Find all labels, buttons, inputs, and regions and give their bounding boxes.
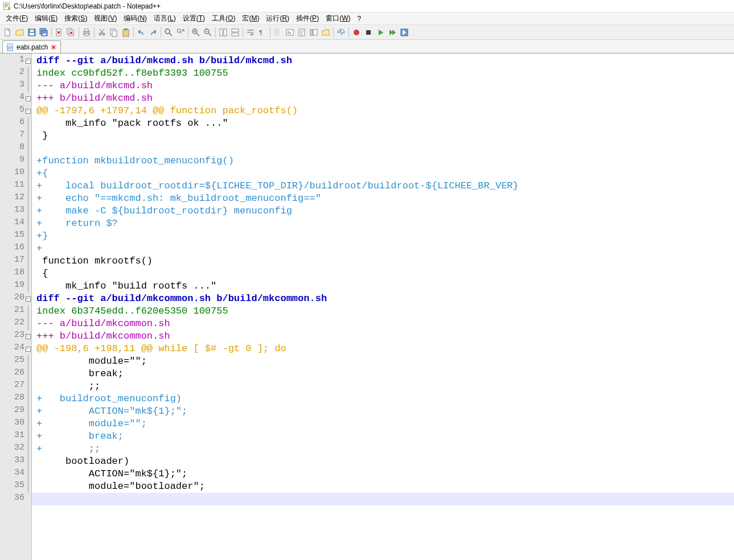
- fold-toggle-icon[interactable]: −: [26, 96, 31, 101]
- line-number: 22: [0, 318, 31, 330]
- code-line[interactable]: + break;: [32, 430, 734, 443]
- cut-button[interactable]: [96, 27, 108, 38]
- editor-tab[interactable]: eabi.patch: [2, 40, 61, 53]
- replace-button[interactable]: [175, 27, 186, 38]
- sync-h-button[interactable]: [229, 27, 241, 38]
- code-line[interactable]: [32, 142, 734, 155]
- code-line[interactable]: module="";: [32, 355, 734, 368]
- line-number: 26: [0, 368, 31, 380]
- find-button[interactable]: [163, 27, 174, 38]
- code-line[interactable]: +function mkbuildroot_menuconfig(): [32, 155, 734, 167]
- code-line[interactable]: diff --git a/build/mkcmd.sh b/build/mkcm…: [32, 55, 734, 67]
- doc-map-button[interactable]: [296, 27, 307, 38]
- code-line[interactable]: [32, 493, 734, 505]
- code-line[interactable]: + make -C ${buildroot_rootdir} menuconfi…: [32, 205, 734, 217]
- menu-r[interactable]: 运行(R): [263, 13, 293, 24]
- stop-macro-button[interactable]: [363, 27, 374, 38]
- fold-toggle-icon[interactable]: −: [26, 334, 31, 339]
- code-line[interactable]: diff --git a/build/mkcommon.sh b/build/m…: [32, 293, 734, 305]
- code-line[interactable]: +{: [32, 167, 734, 180]
- show-all-button[interactable]: ¶: [257, 27, 268, 38]
- undo-button[interactable]: [136, 27, 147, 38]
- indent-guides-button[interactable]: [272, 27, 284, 38]
- code-line[interactable]: bootloader): [32, 455, 734, 468]
- code-line[interactable]: ACTION="mk${1};";: [32, 468, 734, 480]
- fold-toggle-icon[interactable]: −: [26, 297, 31, 302]
- svg-rect-24: [220, 29, 223, 36]
- menu-f[interactable]: 文件(F): [2, 13, 31, 24]
- code-line[interactable]: + module="";: [32, 418, 734, 430]
- editor-area[interactable]: 1−234−5−67891011121314151617181920−21222…: [0, 53, 734, 560]
- folder-button[interactable]: [320, 27, 331, 38]
- fold-margin: [24, 443, 31, 455]
- code-line[interactable]: + return $?: [32, 217, 734, 230]
- paste-button[interactable]: [120, 27, 132, 38]
- func-list-button[interactable]: [308, 27, 319, 38]
- fold-margin: [24, 192, 31, 205]
- close-file-button[interactable]: [54, 27, 65, 38]
- fold-toggle-icon[interactable]: −: [26, 347, 31, 352]
- code-line[interactable]: mk_info "build rootfs ...": [32, 280, 734, 293]
- code-line[interactable]: @@ -198,6 +198,11 @@ while [ $# -gt 0 ];…: [32, 343, 734, 355]
- code-line[interactable]: +: [32, 242, 734, 255]
- code-line[interactable]: --- a/build/mkcmd.sh: [32, 80, 734, 92]
- open-file-button[interactable]: [14, 27, 26, 38]
- code-line[interactable]: index 6b3745edd..f620e5350 100755: [32, 305, 734, 318]
- redo-button[interactable]: [147, 27, 159, 38]
- code-line[interactable]: }: [32, 130, 734, 142]
- menu-v[interactable]: 视图(V): [91, 13, 120, 24]
- code-line[interactable]: + ACTION="mk${1};";: [32, 405, 734, 418]
- code-line[interactable]: {: [32, 267, 734, 280]
- play-macro-button[interactable]: [375, 27, 386, 38]
- code-line[interactable]: mk_info "pack rootfs ok ...": [32, 117, 734, 130]
- save-all-button[interactable]: [38, 27, 50, 38]
- lang-button[interactable]: fx: [284, 27, 296, 38]
- menu-l[interactable]: 语言(L): [150, 13, 179, 24]
- menu-t[interactable]: 设置(T): [179, 13, 208, 24]
- code-line[interactable]: module="bootloader";: [32, 480, 734, 493]
- code-line[interactable]: + buildroot_menuconfig): [32, 393, 734, 405]
- menu-w[interactable]: 窗口(W): [322, 13, 354, 24]
- svg-text:fx: fx: [288, 30, 291, 35]
- fold-margin: −: [24, 105, 31, 117]
- copy-button[interactable]: [108, 27, 120, 38]
- code-line[interactable]: +++ b/build/mkcmd.sh: [32, 92, 734, 105]
- code-line[interactable]: + echo "==mkcmd.sh: mk_buildroot_menucon…: [32, 192, 734, 205]
- fold-toggle-icon[interactable]: −: [26, 109, 31, 114]
- zoom-in-button[interactable]: [190, 27, 202, 38]
- print-button[interactable]: [81, 27, 92, 38]
- tab-close-button[interactable]: [50, 44, 57, 51]
- monitor-button[interactable]: [335, 27, 347, 38]
- code-text-area[interactable]: diff --git a/build/mkcmd.sh b/build/mkcm…: [32, 53, 734, 560]
- menu-e[interactable]: 编辑(E): [31, 13, 61, 24]
- menu-help[interactable]: ?: [354, 14, 364, 24]
- code-line[interactable]: @@ -1797,6 +1797,14 @@ function pack_roo…: [32, 105, 734, 117]
- record-macro-button[interactable]: [351, 27, 362, 38]
- code-line[interactable]: index cc9bfd52f..f8ebf3393 100755: [32, 67, 734, 80]
- close-all-button[interactable]: [65, 27, 77, 38]
- code-line[interactable]: + local buildroot_rootdir=${LICHEE_TOP_D…: [32, 180, 734, 192]
- wordwrap-button[interactable]: [245, 27, 256, 38]
- line-number: 20−: [0, 293, 31, 305]
- code-line[interactable]: function mkrootfs(): [32, 255, 734, 267]
- sync-v-button[interactable]: [218, 27, 229, 38]
- code-line[interactable]: + ;;: [32, 443, 734, 455]
- menu-p[interactable]: 插件(P): [293, 13, 322, 24]
- code-line[interactable]: --- a/build/mkcommon.sh: [32, 318, 734, 330]
- app-icon: [2, 2, 11, 11]
- code-line[interactable]: break;: [32, 368, 734, 380]
- code-line[interactable]: +}: [32, 230, 734, 242]
- save-macro-button[interactable]: [399, 27, 410, 38]
- code-line[interactable]: ;;: [32, 380, 734, 393]
- menu-m[interactable]: 宏(M): [239, 13, 263, 24]
- code-line[interactable]: +++ b/build/mkcommon.sh: [32, 330, 734, 343]
- menu-o[interactable]: 工具(O): [208, 13, 239, 24]
- menu-s[interactable]: 搜索(S): [61, 13, 91, 24]
- zoom-out-button[interactable]: [202, 27, 214, 38]
- new-file-button[interactable]: [2, 27, 14, 38]
- save-file-button[interactable]: [26, 27, 38, 38]
- line-number: 7: [0, 130, 31, 142]
- fold-toggle-icon[interactable]: −: [26, 59, 31, 64]
- play-multi-button[interactable]: [387, 27, 398, 38]
- menu-n[interactable]: 编码(N): [120, 13, 150, 24]
